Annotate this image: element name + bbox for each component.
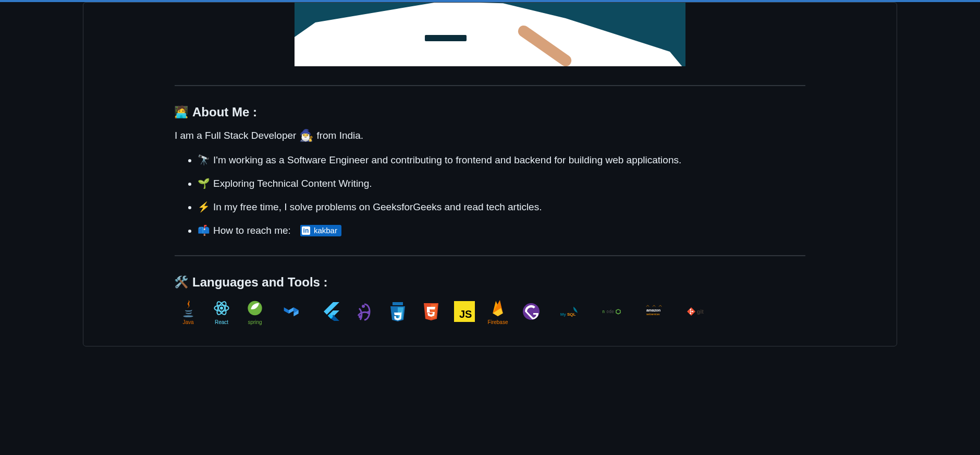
git-icon: git [679, 298, 716, 325]
linkedin-badge-text: kakbar [312, 225, 341, 236]
linkedin-badge[interactable]: in kakbar [300, 225, 341, 236]
tools-row: Java React spring [175, 298, 805, 325]
gatsby-icon [518, 298, 545, 325]
list-item: 📫 How to reach me: in kakbar [198, 224, 805, 236]
divider [175, 85, 805, 86]
svg-text:ode: ode [606, 309, 614, 314]
tool-label: Firebase [488, 319, 508, 325]
svg-text:My: My [560, 312, 567, 317]
svg-text:amazon: amazon [646, 308, 661, 313]
tool-label: spring [248, 319, 262, 325]
nodejs-icon: node [594, 298, 630, 325]
about-intro-suffix: from India. [316, 130, 363, 141]
svg-point-1 [220, 307, 223, 310]
firebase-icon: Firebase [484, 298, 511, 325]
tools-heading: 🛠️ Languages and Tools : [175, 275, 805, 290]
list-item-text: I'm working as a Software Engineer and c… [213, 154, 681, 166]
list-item: ⚡ In my free time, I solve problems on G… [198, 201, 805, 213]
svg-rect-9 [393, 302, 403, 305]
svg-point-6 [367, 311, 370, 314]
react-icon: React [208, 298, 235, 325]
css3-icon [384, 298, 411, 325]
zap-icon: ⚡ [198, 201, 207, 213]
flutter-icon [317, 298, 345, 325]
svg-text:SQL: SQL [567, 312, 576, 317]
telescope-icon: 🔭 [198, 154, 207, 166]
list-item-text: In my free time, I solve problems on Gee… [213, 201, 542, 213]
tools-heading-text: Languages and Tools : [192, 275, 328, 290]
tool-label: Java [182, 319, 193, 325]
html5-icon [418, 298, 445, 325]
mysql-icon: MySQL [551, 298, 587, 325]
tool-label: React [215, 319, 228, 325]
list-item-text: Exploring Technical Content Writing. [213, 178, 372, 189]
about-heading-text: About Me : [192, 105, 257, 119]
aws-icon: amazonwebservices [636, 298, 673, 325]
flag-icon: 🧙‍♂️ [299, 129, 313, 142]
list-item: 🔭 I'm working as a Software Engineer and… [198, 154, 805, 166]
list-item: 🌱 Exploring Technical Content Writing. [198, 177, 805, 189]
svg-text:n: n [602, 309, 605, 314]
mailbox-icon: 📫 [198, 224, 207, 236]
svg-text:JS: JS [459, 308, 472, 320]
about-heading: 🧑‍💻 About Me : [175, 105, 805, 119]
list-item-text: How to reach me: [213, 225, 291, 236]
hammer-wrench-icon: 🛠️ [175, 276, 187, 289]
svg-point-8 [362, 305, 365, 308]
redux-icon [351, 298, 378, 325]
hero-banner [175, 3, 805, 66]
spring-icon: spring [241, 298, 268, 325]
java-icon: Java [175, 298, 202, 325]
linkedin-icon: in [300, 225, 312, 236]
svg-text:webservices: webservices [646, 313, 660, 316]
svg-point-0 [183, 315, 193, 317]
javascript-icon: JS [451, 298, 478, 325]
about-intro: I am a Full Stack Developer 🧙‍♂️ from In… [175, 129, 805, 142]
about-list: 🔭 I'm working as a Software Engineer and… [175, 154, 805, 236]
technologist-icon: 🧑‍💻 [175, 106, 187, 118]
divider [175, 255, 805, 256]
seedling-icon: 🌱 [198, 177, 207, 189]
materialui-icon [275, 298, 311, 325]
about-intro-prefix: I am a Full Stack Developer [175, 130, 296, 141]
svg-point-7 [359, 315, 362, 318]
svg-text:git: git [697, 308, 704, 315]
